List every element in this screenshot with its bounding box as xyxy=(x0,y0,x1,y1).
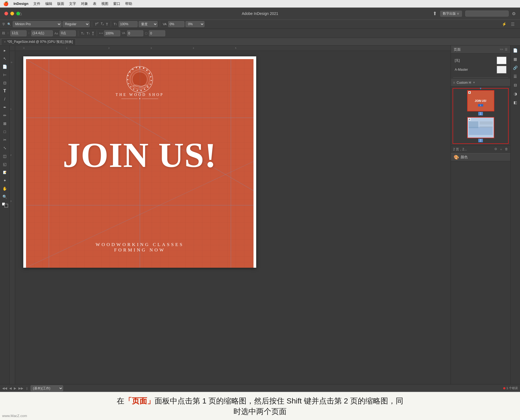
menu-layout[interactable]: 版面 xyxy=(57,1,64,6)
tracking-input[interactable] xyxy=(168,21,184,27)
note-tool[interactable]: 📝 xyxy=(1,169,9,176)
pages-menu-icon[interactable]: ☰ xyxy=(505,48,508,51)
direct-select-tool[interactable]: ↖ xyxy=(1,55,9,62)
pages-panel-header: 页面 >> ☰ xyxy=(451,46,510,54)
a-master-item[interactable]: A-Master xyxy=(453,65,508,74)
scissors-tool[interactable]: ✂ xyxy=(1,136,9,144)
fill-stroke-indicator[interactable] xyxy=(2,202,8,208)
nav-next-button[interactable]: ▶ xyxy=(14,386,16,390)
nav-first-button[interactable]: ◀◀ xyxy=(2,386,7,390)
document-tab[interactable]: × *05_PageSize.indd @ 97% [GPU 预览] [转换] xyxy=(1,38,76,45)
kerning-input[interactable] xyxy=(127,30,143,36)
menu-table[interactable]: 表 xyxy=(93,1,96,6)
pen-tool[interactable]: ✒ xyxy=(1,104,9,111)
pages-add-icon[interactable]: ＋ xyxy=(499,147,503,152)
tracking-unit-select[interactable]: 量度 xyxy=(139,21,158,27)
none-master-thumb xyxy=(497,57,506,64)
effects-panel-btn[interactable]: ◑ xyxy=(512,90,519,98)
custom-h-label: Custom H xyxy=(457,81,471,85)
ruler-label-3: 3 xyxy=(151,47,152,49)
close-button[interactable] xyxy=(4,12,8,15)
page2-master-badge: A xyxy=(468,118,471,121)
custom-h-dropdown-icon[interactable]: ▼ xyxy=(473,81,475,84)
menu-text[interactable]: 文字 xyxy=(69,1,76,6)
title-bar: ⌂ Adobe InDesign 2021 ⬆ 数字出版 ∨ ⚙ xyxy=(0,8,520,20)
settings-icon[interactable]: ⚙ xyxy=(512,11,516,16)
va-icon2: VA xyxy=(122,32,125,35)
gradient-tool[interactable]: ◫ xyxy=(1,152,9,160)
page2-thumbnail[interactable]: A xyxy=(467,117,494,138)
font-style-select[interactable]: Regular xyxy=(63,21,90,27)
rect-tool[interactable]: □ xyxy=(1,128,9,135)
minimize-button[interactable] xyxy=(10,12,14,15)
tt-super-icon: T↑ xyxy=(87,32,90,35)
apple-menu[interactable]: 🍎 xyxy=(3,1,9,6)
error-dot-icon xyxy=(503,387,505,389)
ruler-label-v2: 2 xyxy=(10,154,11,156)
properties-panel-btn[interactable]: 📄 xyxy=(512,47,519,54)
nav-last-button[interactable]: ▶▶ xyxy=(18,386,23,390)
leading-input[interactable] xyxy=(31,30,53,36)
titlebar-right-controls: ⬆ 数字出版 ∨ ⚙ xyxy=(433,11,516,17)
text-tool[interactable]: T xyxy=(1,87,9,95)
page1-thumbnail[interactable]: A JOIN US! 1 xyxy=(467,90,494,111)
rect-frame-tool[interactable]: ⊠ xyxy=(1,120,9,127)
menu-edit[interactable]: 编辑 xyxy=(45,1,52,6)
object-styles-btn[interactable]: ◧ xyxy=(512,99,519,106)
space-before-input[interactable] xyxy=(149,30,165,36)
tracking-select[interactable]: 0% xyxy=(186,21,204,27)
content-collect-tool[interactable]: ⊡ xyxy=(1,79,9,87)
free-transform-tool[interactable]: ⤡ xyxy=(1,144,9,152)
va-icon: VA xyxy=(163,22,167,26)
home-icon[interactable]: ⌂ xyxy=(19,11,22,17)
tab-close-icon[interactable]: × xyxy=(4,40,6,43)
stroke-panel-btn[interactable]: ☰ xyxy=(512,73,519,80)
pages-count-text: 2 页，2... xyxy=(453,147,467,152)
horizontal-scale-input[interactable] xyxy=(119,21,138,27)
page1-number[interactable]: 1 xyxy=(478,112,483,115)
none-master-item[interactable]: [无] xyxy=(453,56,508,65)
page2-number[interactable]: 2 xyxy=(478,139,483,142)
font-name-select[interactable]: Minion Pro xyxy=(13,21,61,27)
pages-delete-icon[interactable]: 🗑 xyxy=(505,147,508,152)
page2-thumb-container: A 2 xyxy=(454,117,507,142)
menu-object[interactable]: 对象 xyxy=(81,1,88,6)
pencil-tool[interactable]: ✏ xyxy=(1,112,9,119)
horizontal-ruler: 0 1 2 3 4 5 xyxy=(15,46,451,51)
menu-icon[interactable]: ☰ xyxy=(511,22,515,27)
share-button[interactable]: ⬆ xyxy=(433,11,437,17)
leading-up-arrow: ↑ xyxy=(28,32,30,35)
menu-window[interactable]: 窗口 xyxy=(113,1,120,6)
pages-expand-icon[interactable]: >> xyxy=(500,48,503,51)
selection-tool[interactable]: ▸ xyxy=(1,47,9,54)
page-tool[interactable]: 📄 xyxy=(1,63,9,70)
menu-view[interactable]: 视图 xyxy=(101,1,108,6)
align-panel-btn[interactable]: ⊟ xyxy=(512,81,519,89)
page1-thumb-container: ▼ A JOIN US! 1 1 xyxy=(454,90,507,115)
space-icon: ▢ xyxy=(145,32,147,35)
links-panel-btn[interactable]: 🔗 xyxy=(512,64,519,72)
font-size-input[interactable] xyxy=(10,30,27,36)
baseline-input[interactable] xyxy=(60,30,76,36)
pages-settings-icon[interactable]: ⚙ xyxy=(494,147,497,152)
line-tool[interactable]: / xyxy=(1,95,9,103)
eyedropper-tool[interactable]: ✦ xyxy=(1,177,9,184)
nav-prev-button[interactable]: ◀ xyxy=(9,386,12,390)
hand-tool[interactable]: ✋ xyxy=(1,185,9,192)
gap-tool[interactable]: ⊢ xyxy=(1,71,9,79)
menu-file[interactable]: 文件 xyxy=(33,1,40,6)
gradient-feather-tool[interactable]: ◱ xyxy=(1,160,9,168)
canvas-area[interactable]: 0 1 2 3 4 5 0 1 2 3 xyxy=(10,46,451,384)
workspace-select[interactable]: (基本)(工作) xyxy=(31,385,63,391)
menu-indesign[interactable]: InDesign xyxy=(14,2,28,6)
search-input[interactable] xyxy=(465,11,509,17)
layers-panel-btn[interactable]: ▦ xyxy=(512,55,519,63)
zoom-tool[interactable]: 🔍 xyxy=(1,193,9,201)
aa-icon: Aa xyxy=(54,32,58,35)
menu-help[interactable]: 帮助 xyxy=(125,1,132,6)
digital-pub-button[interactable]: 数字出版 ∨ xyxy=(440,11,462,17)
vertical-scale-input[interactable] xyxy=(104,30,120,36)
custom-h-header: ≡ Custom H ▼ xyxy=(451,79,510,86)
ruler-label-v3: 3 xyxy=(10,200,11,202)
lightning-icon[interactable]: ⚡ xyxy=(502,22,506,26)
